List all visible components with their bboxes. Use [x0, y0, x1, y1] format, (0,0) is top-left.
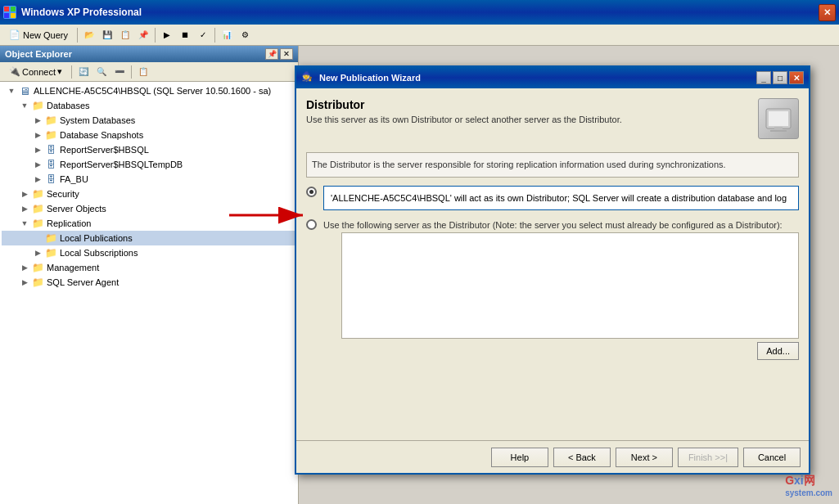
open-button[interactable]: 📂	[81, 28, 97, 43]
tree-item-reportserver-tempdb[interactable]: ▶ 🗄 ReportServer$HBSQLTempDB	[2, 157, 296, 172]
radio-option-1-box[interactable]: 'ALLENCHE-A5C5C4\HBSQL' will act as its …	[323, 186, 799, 211]
oe-collapse-button[interactable]: ➖	[111, 65, 128, 79]
oe-toolbar-separator-2	[131, 65, 132, 79]
security-label: Security	[47, 189, 79, 199]
dialog-title: New Publication Wizard	[319, 73, 756, 83]
oe-refresh-button[interactable]: 🔄	[75, 65, 92, 79]
radio-option-2-container: Use the following server as the Distribu…	[323, 218, 799, 360]
radio-button-1[interactable]	[306, 187, 317, 197]
oe-tree[interactable]: ▼ 🖥 ALLENCHE-A5C5C4\HBSQL (SQL Server 10…	[0, 82, 298, 504]
radio-option-2: Use the following server as the Distribu…	[306, 218, 799, 360]
oe-filter-button[interactable]: 🔍	[93, 65, 110, 79]
oe-titlebar-buttons: 📌 ✕	[265, 48, 293, 60]
wizard-icon: 🧙	[301, 71, 314, 84]
local-publications-icon: 📁	[44, 232, 57, 245]
cancel-query-button[interactable]: ⏹	[177, 28, 193, 43]
tree-item-replication[interactable]: ▼ 📁 Replication	[2, 216, 296, 231]
tree-item-management[interactable]: ▶ 📁 Management	[2, 260, 296, 275]
radio-button-2[interactable]	[306, 219, 317, 230]
server-list[interactable]	[341, 232, 799, 339]
expand-local-subs-icon: ▶	[31, 246, 44, 259]
finish-button[interactable]: Finish >>|	[678, 448, 738, 467]
distributor-description: The Distributor is the server responsibl…	[306, 152, 799, 178]
expand-server-objects-icon: ▶	[18, 202, 31, 215]
tree-item-security[interactable]: ▶ 📁 Security	[2, 187, 296, 201]
dialog-minimize-button[interactable]: _	[756, 71, 771, 84]
new-publication-wizard-dialog: 🧙 New Publication Wizard _ □ ✕ Distribut…	[295, 65, 810, 475]
expand-snapshots-icon: ▶	[31, 128, 44, 142]
svg-rect-1	[11, 7, 16, 11]
dialog-close-button[interactable]: ✕	[789, 71, 804, 84]
watermark-brand-3: 网	[804, 474, 815, 487]
new-query-button[interactable]: 📄 New Query	[3, 26, 74, 44]
cancel-button[interactable]: Cancel	[743, 448, 801, 467]
distributor-subtitle: Use this server as its own Distributor o…	[306, 115, 750, 124]
watermark-url: system.com	[785, 488, 832, 497]
system-databases-icon: 📁	[44, 114, 57, 127]
add-button-area: Add...	[341, 342, 799, 360]
execute-button[interactable]: ▶	[159, 28, 175, 43]
dialog-maximize-button[interactable]: □	[773, 71, 787, 84]
radio-option-1-text: 'ALLENCHE-A5C5C4\HBSQL' will act as its …	[331, 193, 787, 203]
distributor-title: Distributor	[306, 98, 750, 111]
server-objects-icon: 📁	[31, 202, 44, 215]
expand-local-pubs-icon	[31, 232, 44, 245]
expand-sql-agent-icon: ▶	[18, 276, 31, 289]
copy-button[interactable]: 📋	[117, 28, 133, 43]
dialog-footer: Help < Back Next > Finish >>| Cancel	[296, 440, 809, 473]
next-button[interactable]: Next >	[616, 448, 673, 467]
back-button[interactable]: < Back	[553, 448, 611, 467]
expand-server-icon: ▼	[5, 84, 18, 97]
tree-item-server[interactable]: ▼ 🖥 ALLENCHE-A5C5C4\HBSQL (SQL Server 10…	[2, 83, 296, 98]
expand-databases-icon: ▼	[18, 99, 31, 112]
toolbar-separator-3	[214, 28, 215, 43]
dialog-header: Distributor Use this server as its own D…	[306, 98, 799, 139]
oe-close-button[interactable]: ✕	[280, 48, 293, 60]
paste-button[interactable]: 📌	[135, 28, 151, 43]
description-text: The Distributor is the server responsibl…	[312, 160, 726, 169]
tree-item-reportserver-hbsql[interactable]: ▶ 🗄 ReportServer$HBSQL	[2, 142, 296, 157]
app-close-button[interactable]: ✕	[819, 4, 836, 21]
local-subscriptions-icon: 📁	[44, 246, 57, 259]
help-button[interactable]: Help	[491, 448, 548, 467]
replication-label: Replication	[47, 218, 91, 228]
oe-titlebar: Object Explorer 📌 ✕	[0, 46, 298, 62]
save-button[interactable]: 💾	[99, 28, 115, 43]
distributor-icon	[758, 98, 799, 139]
tree-item-server-objects[interactable]: ▶ 📁 Server Objects	[2, 201, 296, 216]
rs-tempdb-label: ReportServer$HBSQLTempDB	[60, 160, 183, 169]
app-icon	[3, 6, 16, 19]
expand-fa-bu-icon: ▶	[31, 173, 44, 186]
snapshots-icon: 📁	[44, 128, 57, 142]
toolbar-separator-2	[155, 28, 156, 43]
rs-tempdb-icon: 🗄	[44, 158, 57, 171]
tree-item-snapshots[interactable]: ▶ 📁 Database Snapshots	[2, 128, 296, 142]
tree-item-sql-agent[interactable]: ▶ 📁 SQL Server Agent	[2, 275, 296, 290]
parse-button[interactable]: ✓	[195, 28, 211, 43]
tree-item-local-subscriptions[interactable]: ▶ 📁 Local Subscriptions	[2, 245, 296, 260]
options-button[interactable]: ⚙	[237, 28, 253, 43]
object-explorer-panel: Object Explorer 📌 ✕ 🔌 Connect ▾ 🔄 🔍 ➖ 📋	[0, 46, 299, 504]
tree-item-system-databases[interactable]: ▶ 📁 System Databases	[2, 113, 296, 128]
new-query-icon: 📄	[9, 29, 20, 40]
replication-icon: 📁	[31, 217, 44, 230]
oe-reports-button[interactable]: 📋	[135, 65, 151, 79]
tree-item-local-publications[interactable]: 📁 Local Publications	[2, 231, 296, 245]
connect-dropdown-icon: ▾	[57, 66, 62, 77]
dialog-body: Distributor Use this server as its own D…	[296, 88, 809, 440]
app-titlebar: Windows XP Professional ✕	[0, 0, 839, 25]
databases-folder-icon: 📁	[31, 99, 44, 112]
oe-pin-button[interactable]: 📌	[265, 48, 278, 60]
add-server-button[interactable]: Add...	[757, 342, 799, 360]
server-label: ALLENCHE-A5C5C4\HBSQL (SQL Server 10.50.…	[34, 86, 271, 96]
dialog-options: 'ALLENCHE-A5C5C4\HBSQL' will act as its …	[306, 186, 799, 360]
tree-item-fa-bu[interactable]: ▶ 🗄 FA_BU	[2, 172, 296, 187]
oe-connect-button[interactable]: 🔌 Connect ▾	[3, 65, 68, 79]
svg-rect-7	[770, 130, 787, 132]
radio-option-2-text: Use the following server as the Distribu…	[323, 218, 799, 232]
snapshots-label: Database Snapshots	[60, 130, 143, 140]
local-subscriptions-label: Local Subscriptions	[60, 248, 138, 258]
local-publications-label: Local Publications	[60, 233, 133, 243]
results-button[interactable]: 📊	[219, 28, 235, 43]
tree-item-databases[interactable]: ▼ 📁 Databases	[2, 98, 296, 113]
